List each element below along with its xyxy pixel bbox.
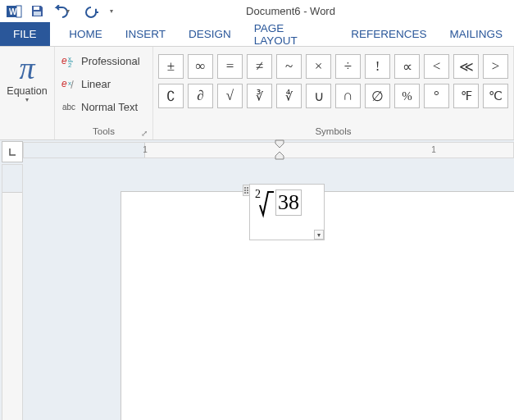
svg-text:2: 2 [68,62,72,67]
svg-text:x: x [68,80,71,87]
ruler-area: 1 1 [0,140,514,163]
equation-grip-icon[interactable] [243,185,250,196]
equation-placeholder[interactable]: 2 38 ▾ [249,184,325,240]
ribbon-group-equation: π Equation ▾ [0,47,55,139]
qat-customize-icon[interactable]: ▾ [110,7,116,15]
symbol-empty-set[interactable]: ∅ [365,84,390,108]
symbol-divide[interactable]: ÷ [335,54,361,79]
symbol-intersection[interactable]: ∩ [335,84,361,108]
svg-rect-3 [34,7,39,10]
ribbon-group-tools: ex2 Professional ex Linear abc Normal Te… [55,47,153,139]
ribbon: π Equation ▾ ex2 Professional ex Linear … [0,47,514,140]
symbol-proportional[interactable]: ∝ [394,54,420,79]
equation-button[interactable]: π Equation ▾ [7,49,47,103]
ribbon-tabs: FILE HOME INSERT DESIGN PAGE LAYOUT REFE… [0,22,514,47]
ex-professional-icon: ex2 [61,53,76,68]
symbol-much-less[interactable]: ≪ [453,54,479,79]
normal-text-button[interactable]: abc Normal Text [60,95,148,118]
linear-label: Linear [81,78,111,90]
equation-index[interactable]: 2 [255,188,261,201]
indent-marker-icon[interactable] [275,139,284,161]
svg-text:W: W [9,7,17,16]
save-button[interactable] [26,2,48,21]
svg-marker-13 [275,152,284,159]
abc-icon: abc [61,99,76,114]
symbol-equals[interactable]: = [217,54,243,79]
symbol-union[interactable]: ∪ [306,84,331,108]
svg-marker-12 [275,140,284,148]
tab-home[interactable]: HOME [57,22,114,46]
normal-text-label: Normal Text [81,101,138,113]
symbol-times[interactable]: × [306,54,331,79]
symbol-infinity[interactable]: ∞ [188,54,213,79]
svg-line-11 [71,80,74,89]
symbol-celsius[interactable]: ℃ [483,84,508,108]
symbol-tilde[interactable]: ~ [276,54,302,79]
symbol-plus-minus[interactable]: ± [158,54,184,79]
equation-label: Equation [7,85,47,97]
equation-dropdown-icon[interactable]: ▾ [314,230,324,240]
symbol-4root[interactable]: ∜ [276,84,302,108]
redo-button[interactable] [79,2,103,21]
tab-selector[interactable] [2,141,23,162]
svg-text:e: e [61,55,67,66]
symbol-cbrt[interactable]: ∛ [247,84,272,108]
symbols-row-1: ± ∞ = ≠ ~ × ÷ ! ∝ < ≪ > [158,54,508,79]
symbol-less-than[interactable]: < [424,54,449,79]
symbol-fahrenheit[interactable]: ℉ [453,84,479,108]
ruler-left-number: 1 [143,145,148,154]
symbols-row-2: ∁ ∂ √ ∛ ∜ ∪ ∩ ∅ % ° ℉ ℃ [158,84,508,108]
symbol-sqrt[interactable]: √ [217,84,243,108]
window-title: Document6 - Word [116,5,465,17]
symbol-percent[interactable]: % [394,84,420,108]
pi-icon: π [19,54,34,82]
professional-button[interactable]: ex2 Professional [60,49,148,72]
svg-text:e: e [61,78,67,89]
symbols-group-label: Symbols [315,126,351,136]
tools-launcher-icon[interactable]: ⤢ [139,127,150,139]
symbol-factorial[interactable]: ! [365,54,390,79]
tab-design[interactable]: DESIGN [177,22,243,46]
word-icon: W [3,2,25,21]
symbol-partial[interactable]: ∂ [188,84,213,108]
tab-file[interactable]: FILE [0,22,50,46]
equation-radicand[interactable]: 38 [278,190,299,214]
chevron-down-icon[interactable]: ▾ [66,7,73,15]
linear-button[interactable]: ex Linear [60,72,148,95]
tab-mailings[interactable]: MAILINGS [438,22,514,46]
ruler-right-number: 1 [431,145,436,154]
vertical-ruler[interactable] [2,164,23,420]
professional-label: Professional [81,55,140,67]
horizontal-ruler[interactable]: 1 1 [23,142,514,158]
svg-rect-1 [16,6,21,17]
radical-icon [259,187,274,218]
tools-group-label: Tools [93,126,115,136]
equation-content[interactable]: 2 38 [255,185,302,221]
symbol-degree[interactable]: ° [424,84,449,108]
tab-insert[interactable]: INSERT [114,22,177,46]
chevron-down-icon[interactable]: ▾ [25,96,29,103]
symbol-greater-than[interactable]: > [483,54,508,79]
svg-rect-4 [34,11,41,16]
tab-references[interactable]: REFERENCES [339,22,438,46]
ex-linear-icon: ex [61,76,76,91]
symbol-complement[interactable]: ∁ [158,84,184,108]
ribbon-group-symbols: ± ∞ = ≠ ~ × ÷ ! ∝ < ≪ > ∁ ∂ √ ∛ ∜ ∪ ∩ [153,47,514,139]
symbol-not-equal[interactable]: ≠ [247,54,272,79]
undo-button[interactable]: ▾ [49,2,77,21]
tab-page-layout[interactable]: PAGE LAYOUT [243,22,339,46]
